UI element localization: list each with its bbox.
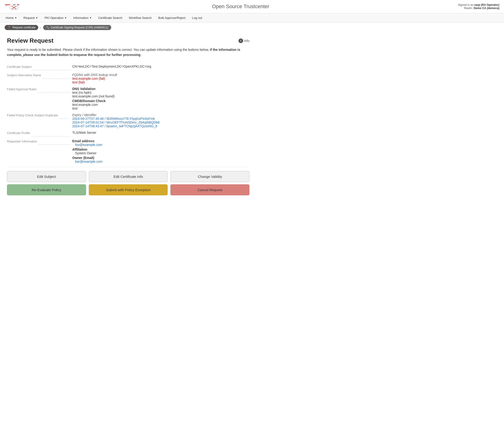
field-san: Subject Alternative Name FQDNs with DNS … [7,72,250,86]
field-requester-info: Requester Information Email address foo@… [7,138,250,165]
info-button[interactable]: i Info [238,38,250,43]
edit-subject-button[interactable]: Edit Subject [7,171,86,182]
requester-info-label: Requester Information [7,140,37,143]
svg-text:KI: KI [17,3,19,6]
nav-request[interactable]: Request ▼ [20,13,41,22]
fields-container: Certificate Subject CN=test,DC=Test Depl… [7,63,250,165]
submit-policy-exception-button[interactable]: Submit with Policy Exception [89,184,168,195]
breadcrumb-request-certificate[interactable]: 📍 Request certificate [5,25,38,30]
san-item-2: test (fail) [72,80,250,84]
nav-bulk-approve-reject[interactable]: Bulk Approve/Reject [155,13,189,22]
policy-link-2[interactable]: 2024-07-14T09:01:54 / MccOEFTfYuN3Dmv_Z6… [72,121,250,124]
svg-text:XP: XP [13,3,16,6]
certificate-profile-label: Certificate Profile [7,131,30,135]
certificate-subject-value: CN=test,DC=Test Deployment,DC=OpenXPKI,D… [72,65,250,68]
affiliation-heading: Affiliation [72,147,88,151]
breadcrumb: 📍 Request certificate › 🔧 Certificate Si… [0,23,504,32]
logo: open XP KI [5,2,23,11]
nav-home[interactable]: Home ▼ [2,13,20,22]
policy-link-3[interactable]: 2024-07-14T08:43:47 / bjoamn_IwFTCNp2jA4… [72,124,250,128]
certificate-subject-label: Certificate Subject [7,65,32,69]
nav-pki-operation[interactable]: PKI Operation ▼ [41,13,70,22]
email-address-heading: Email address [72,139,94,143]
san-value: FQDNs with DNS lookup result test.exampl… [72,73,250,84]
requester-email[interactable]: foo@example.com [72,143,250,147]
nav-certificate-search[interactable]: Certificate Search [95,13,126,22]
breadcrumb-separator: › [40,26,41,29]
dns-validation-heading: DNS Validation [72,87,96,91]
policy-link-1[interactable]: 2024-09-27T07:45:48 / 9Di5W6voo77E-FiyqG… [72,117,250,121]
policy-check-value: Expiry / Identifier 2024-09-27T07:45:48 … [72,113,250,128]
field-failed-approval-rules: Failed Approval Rules DNS Validation tes… [7,86,250,112]
realm-name: Demo CA (democa) [474,6,499,10]
re-evaluate-policy-button[interactable]: Re-Evaluate Policy [7,184,86,195]
nav-workflow-search[interactable]: Workflow Search [126,13,155,22]
cmdb-heading: CMDB/Domain Check [72,99,106,103]
realm-info: Realm: Demo CA (democa) [458,6,499,10]
user-info: Signed in as raop (RA Operator) Realm: D… [458,3,499,10]
cmdb-item-2: test [72,107,250,110]
policy-check-label: Failed Policy Check Subject Duplicate [7,113,58,117]
page-title-row: Review Request i Info [7,37,250,44]
change-validity-button[interactable]: Change Validity [170,171,250,182]
top-bar: open XP KI Open Source Trustcenter Signe… [0,0,504,13]
policy-check-subtitle: Expiry / Identifier [72,113,250,117]
owner-email[interactable]: bar@example.com [72,160,250,163]
user-signed-in: Signed in as raop (RA Operator) [458,3,499,6]
owner-email-heading: Owner (Email) [72,156,94,160]
requester-affiliation: System Owner [72,151,250,155]
edit-certificate-info-button[interactable]: Edit Certificate Info [89,171,168,182]
certificate-profile-value: TLS/Web Server [72,131,250,134]
pin-icon: 📍 [7,26,11,29]
dns-item-1: test (no fqdn) [72,91,250,94]
breadcrumb-csr[interactable]: 🔧 Certificate Signing Request (CSR) (#48… [43,25,111,30]
info-button-label: Info [244,39,250,43]
san-item-1: test.example.com (fail) [72,77,250,80]
cancel-request-button[interactable]: Cancel Request [170,184,250,195]
san-label: Subject Alternative Name [7,73,41,77]
failed-approval-value: DNS Validation test (no fqdn) test.examp… [72,87,250,110]
main-content: Review Request i Info Your request is re… [0,32,256,200]
button-row-2: Re-Evaluate Policy Submit with Policy Ex… [7,184,250,195]
nav-information[interactable]: Information ▼ [70,13,95,22]
san-subtitle: FQDNs with DNS lookup result [72,73,250,77]
info-icon: i [238,38,243,43]
dns-item-2: test.example.com (not found) [72,94,250,98]
username: raop (RA Operator) [474,3,499,6]
field-certificate-subject: Certificate Subject CN=test,DC=Test Depl… [7,63,250,72]
svg-text:open: open [5,3,10,6]
section-divider-1 [7,167,250,167]
button-row-1: Edit Subject Edit Certificate Info Chang… [7,171,250,182]
site-title: Open Source Trustcenter [212,3,269,10]
page-description: Your request is ready to be submitted. P… [7,47,250,58]
requester-info-value: Email address foo@example.com Affiliatio… [72,139,250,163]
wrench-icon: 🔧 [46,26,49,29]
field-policy-check: Failed Policy Check Subject Duplicate Ex… [7,112,250,129]
page-title: Review Request [7,37,54,44]
cmdb-item-1: test.example.com [72,103,250,107]
failed-approval-label: Failed Approval Rules [7,88,36,91]
nav-bar: Home ▼ Request ▼ PKI Operation ▼ Informa… [0,13,504,23]
field-certificate-profile: Certificate Profile TLS/Web Server [7,129,250,138]
nav-log-out[interactable]: Log out [189,13,205,22]
